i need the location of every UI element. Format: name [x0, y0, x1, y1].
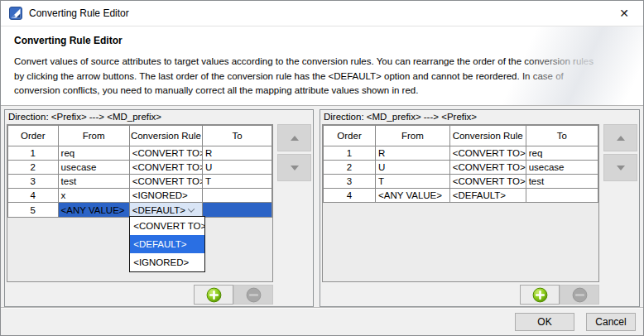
page-title: Converting Rule Editor	[14, 35, 630, 46]
remove-rule-button[interactable]	[560, 285, 599, 305]
cell-order[interactable]: 5	[8, 203, 59, 218]
dialog-footer: OK Cancel	[1, 307, 643, 335]
cell-rule[interactable]: <CONVERT TO>	[129, 146, 202, 161]
move-up-button[interactable]	[277, 124, 311, 151]
column-header-from: From	[58, 126, 129, 146]
left-direction-panel: Direction: <Prefix> ---> <MD_prefix> Ord…	[4, 109, 314, 307]
remove-rule-button[interactable]	[233, 285, 273, 305]
description-line: conversion conflicts, you need to manual…	[14, 84, 630, 98]
ok-button[interactable]: OK	[515, 313, 574, 331]
cell-from[interactable]: x	[58, 189, 129, 203]
plus-icon	[532, 287, 548, 303]
minus-icon	[246, 287, 262, 303]
dropdown-option-default[interactable]: <DEFAULT>	[130, 235, 204, 253]
add-rule-button[interactable]	[194, 285, 233, 305]
arrow-down-icon	[291, 166, 299, 170]
cell-to[interactable]: R	[203, 146, 272, 161]
move-down-button[interactable]	[603, 154, 637, 181]
cancel-button[interactable]: Cancel	[586, 313, 636, 331]
right-reorder-buttons	[599, 124, 637, 305]
cell-from[interactable]: <ANY VALUE>	[376, 189, 450, 203]
left-reorder-buttons	[273, 124, 311, 305]
right-table-scrollpane[interactable]: Order From Conversion Rule To 1 R	[322, 124, 599, 282]
cell-order[interactable]: 1	[324, 146, 376, 161]
right-direction-label: Direction: <MD_prefix> ---> <Prefix>	[322, 110, 637, 124]
cell-from[interactable]: usecase	[58, 161, 129, 175]
right-conversion-table: Order From Conversion Rule To 1 R	[323, 125, 598, 203]
title-bar: Converting Rule Editor ✕	[1, 1, 643, 26]
column-header-to: To	[526, 126, 598, 146]
conversion-rule-combobox[interactable]: <DEFAULT>	[129, 203, 202, 218]
cell-to[interactable]: usecase	[526, 161, 598, 175]
plus-icon	[206, 287, 222, 303]
cell-order[interactable]: 3	[324, 175, 376, 189]
cell-to[interactable]	[203, 203, 272, 218]
column-header-rule: Conversion Rule	[129, 126, 202, 146]
column-header-order: Order	[8, 126, 59, 146]
cell-rule[interactable]: <CONVERT TO>	[449, 146, 526, 161]
table-row: 1 R <CONVERT TO> req	[324, 146, 598, 161]
table-row: 3 T <CONVERT TO> test	[324, 175, 598, 189]
chevron-down-icon	[188, 205, 195, 212]
cell-order[interactable]: 4	[8, 189, 59, 203]
content-area: Direction: <Prefix> ---> <MD_prefix> Ord…	[1, 106, 643, 307]
cell-rule[interactable]: <CONVERT TO>	[449, 175, 526, 189]
arrow-down-icon	[617, 166, 625, 170]
add-rule-button[interactable]	[520, 285, 560, 305]
cell-order[interactable]: 1	[8, 146, 59, 161]
cell-order[interactable]: 4	[324, 189, 376, 203]
table-row: 3 test <CONVERT TO> T	[8, 175, 272, 189]
cell-from[interactable]: <ANY VALUE>	[58, 203, 129, 218]
cell-to[interactable]	[203, 189, 272, 203]
cell-rule[interactable]: <CONVERT TO>	[129, 161, 202, 175]
dialog-description: Convert values of source attributes to t…	[14, 55, 630, 98]
left-table-scrollpane[interactable]: Order From Conversion Rule To 1 req	[7, 124, 273, 282]
cell-to[interactable]: test	[526, 175, 598, 189]
description-line: Convert values of source attributes to t…	[14, 55, 630, 70]
dropdown-option-convert-to[interactable]: <CONVERT TO>	[130, 217, 204, 235]
right-direction-panel: Direction: <MD_prefix> ---> <Prefix> Ord…	[320, 109, 640, 307]
table-row: 1 req <CONVERT TO> R	[8, 146, 272, 161]
table-row: 4 <ANY VALUE> <DEFAULT>	[324, 189, 598, 203]
minus-icon	[572, 287, 588, 303]
left-direction-label: Direction: <Prefix> ---> <MD_prefix>	[7, 110, 311, 124]
converting-rule-editor-dialog: Converting Rule Editor ✕ Converting Rule…	[0, 0, 644, 336]
dropdown-option-ignored[interactable]: <IGNORED>	[130, 253, 204, 271]
combobox-value: <DEFAULT>	[132, 205, 185, 215]
cell-to[interactable]: T	[203, 175, 272, 189]
cell-from[interactable]: U	[376, 161, 450, 175]
cell-from[interactable]: test	[58, 175, 129, 189]
window-title: Converting Rule Editor	[29, 7, 129, 19]
cell-rule[interactable]: <CONVERT TO>	[449, 161, 526, 175]
left-conversion-table: Order From Conversion Rule To 1 req	[7, 125, 272, 218]
table-header-row: Order From Conversion Rule To	[324, 126, 598, 146]
table-header-row: Order From Conversion Rule To	[8, 126, 272, 146]
column-header-from: From	[376, 126, 450, 146]
cell-order[interactable]: 2	[324, 161, 376, 175]
conversion-rule-dropdown-list: <CONVERT TO> <DEFAULT> <IGNORED>	[129, 216, 205, 272]
table-row-selected: 5 <ANY VALUE> <DEFAULT>	[8, 203, 272, 218]
cell-to[interactable]: U	[203, 161, 272, 175]
column-header-to: To	[203, 126, 272, 146]
cell-from[interactable]: T	[376, 175, 450, 189]
cell-from[interactable]: req	[58, 146, 129, 161]
cell-order[interactable]: 2	[8, 161, 59, 175]
cell-rule[interactable]: <DEFAULT>	[449, 189, 526, 203]
description-line: by clicking the arrow buttons. The last …	[14, 70, 630, 84]
cell-to[interactable]: req	[526, 146, 598, 161]
move-down-button[interactable]	[277, 154, 311, 181]
cell-to[interactable]	[526, 189, 598, 203]
arrow-up-icon	[291, 136, 299, 141]
right-table-actions	[322, 282, 599, 305]
cell-rule[interactable]: <IGNORED>	[129, 189, 202, 203]
cell-rule[interactable]: <CONVERT TO>	[129, 175, 202, 189]
close-button[interactable]: ✕	[605, 1, 643, 26]
column-header-rule: Conversion Rule	[449, 126, 526, 146]
left-table-actions	[7, 282, 273, 305]
table-row: 2 usecase <CONVERT TO> U	[8, 161, 272, 175]
cell-from[interactable]: R	[376, 146, 450, 161]
column-header-order: Order	[324, 126, 376, 146]
move-up-button[interactable]	[603, 124, 637, 151]
cell-order[interactable]: 3	[8, 175, 59, 189]
table-row: 2 U <CONVERT TO> usecase	[324, 161, 598, 175]
